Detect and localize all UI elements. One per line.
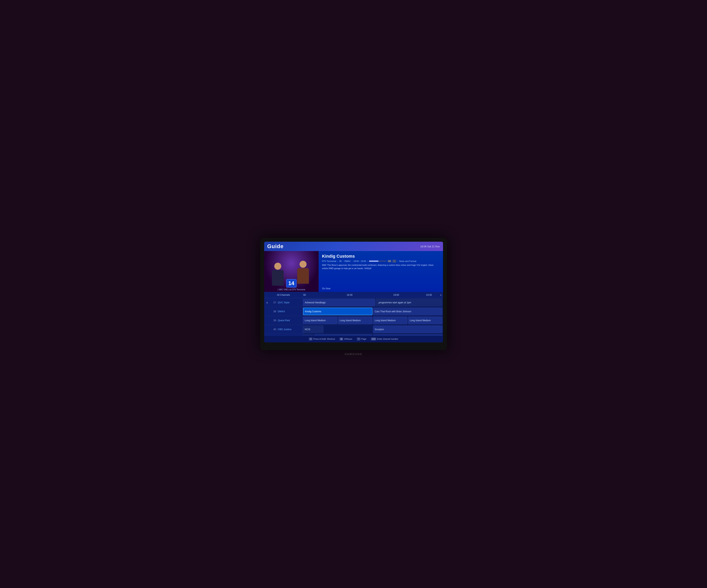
program-block[interactable]: ..programmes start again at 1pm xyxy=(376,299,442,306)
guide-title: Guide xyxy=(267,243,283,250)
programs-cell-40: NCISScorpion xyxy=(303,325,443,334)
guide-datetime: 18:06 Sat 21 Nov xyxy=(420,245,440,248)
channel-num-btn: 123 Enter channel number xyxy=(371,337,398,340)
epg-row: 39Quest RedLong Island MediumLong Island… xyxy=(264,316,443,325)
programs-cell-38: Kindig CustomsCars That Rock with Brian … xyxy=(303,307,443,316)
channel-cell-39[interactable]: 39Quest Red xyxy=(264,316,303,325)
page-label: Page xyxy=(361,338,366,340)
channel-num-icon: 123 xyxy=(371,337,376,340)
thumbnail-area: 14 1 BBC ONE Lon DTV Terrestrial xyxy=(264,251,318,292)
time-arrow-right[interactable]: › xyxy=(440,293,441,297)
time-slots-header: 18:00 18:30 19:00 19:30 › xyxy=(303,292,443,298)
shortcut-icon: ⏎ xyxy=(309,337,312,340)
program-block[interactable]: Long Island Medium xyxy=(303,317,337,324)
time-label-1930: 19:30 xyxy=(426,294,432,296)
shortcut-label: Press & Hold: Shortcut xyxy=(313,338,335,340)
progress-bar-bg xyxy=(369,261,386,262)
meta-time: 18:00 - 19:00 xyxy=(354,260,366,262)
program-block[interactable]: Ashwood Handbags xyxy=(303,299,375,306)
channel-name-38[interactable]: DMAX xyxy=(278,310,285,313)
hours-label: 24Hours xyxy=(344,338,352,340)
program-block[interactable]: NCIS xyxy=(303,326,324,333)
progress-bar-fill xyxy=(369,261,379,262)
on-now-label: On Now xyxy=(322,287,439,290)
programs-cell-37: Ashwood Handbags..programmes start again… xyxy=(303,298,443,307)
channel-cell-38[interactable]: 38DMAX xyxy=(264,307,303,316)
all-channels-label: All Channels xyxy=(277,294,290,296)
person-body-left xyxy=(272,270,283,286)
info-panel: Kindig Customs DTV Terrestrial | 38 | DM… xyxy=(318,251,443,292)
time-label-1800: 18:00 xyxy=(303,294,306,296)
show-desc: With 'The Boss's approval, the continent… xyxy=(322,263,439,286)
channel-num-label: Enter channel number xyxy=(377,338,398,340)
hours-btn: ⇄ 24Hours xyxy=(340,337,352,340)
program-block[interactable]: Long Island Medium xyxy=(373,317,407,324)
program-block[interactable]: Long Island Medium xyxy=(408,317,442,324)
page-btn: ⌃ Page xyxy=(357,337,366,340)
meta-network: DTV Terrestrial xyxy=(322,260,336,262)
time-label-1830: 18:30 xyxy=(347,294,352,296)
person-head-right xyxy=(300,261,307,268)
epg-rows: ∧37QVC StyleAshwood Handbags..programmes… xyxy=(264,298,443,335)
channel-name-39[interactable]: Quest Red xyxy=(278,319,290,322)
channel-number-badge: 14 xyxy=(286,279,297,288)
epg-row: ∧37QVC StyleAshwood Handbags..programmes… xyxy=(264,298,443,307)
channel-up-arrow[interactable]: ∧ xyxy=(266,301,269,304)
time-header-row: All Channels 18:00 18:30 19:00 19:30 › xyxy=(264,292,443,298)
program-block[interactable]: Kindig Customs xyxy=(303,307,372,315)
channel-cell-41[interactable]: 41Sony Movies Acti... xyxy=(264,334,303,335)
progress-bar-container xyxy=(369,261,386,262)
channel-number-38: 38 xyxy=(271,310,276,313)
epg-row: 41Sony Movies Acti......The True Story O… xyxy=(264,334,443,335)
channel-col-header: All Channels xyxy=(264,292,303,298)
program-block[interactable]: Scorpion xyxy=(373,326,442,333)
shortcut-btn: ⏎ Press & Hold: Shortcut xyxy=(309,337,335,340)
figure-right xyxy=(295,261,311,286)
guide-header-bar: Guide 18:06 Sat 21 Nov xyxy=(264,242,443,251)
channel-cell-40[interactable]: 40CBS Justice xyxy=(264,325,303,334)
channel-number-39: 39 xyxy=(271,319,276,322)
figure-left xyxy=(270,263,285,286)
tv-screen: Guide 18:06 Sat 21 Nov 14 1 BBC ONE Lon … xyxy=(264,242,443,342)
meta-channel-name: DMAX xyxy=(344,260,351,262)
meta-channel-num: 38 xyxy=(339,260,341,262)
channel-name-37[interactable]: QVC Style xyxy=(278,301,290,304)
show-meta: DTV Terrestrial | 38 | DMAX | 18:00 - 19… xyxy=(322,260,439,262)
channel-number-40: 40 xyxy=(271,328,276,331)
channel-cell-37[interactable]: ∧37QVC Style xyxy=(264,298,303,307)
programs-cell-41: ...The True Story Of Jesse JamesThe True… xyxy=(303,334,443,335)
tv-frame: Guide 18:06 Sat 21 Nov 14 1 BBC ONE Lon … xyxy=(260,238,447,350)
epg-area: All Channels 18:00 18:30 19:00 19:30 › ∧… xyxy=(264,292,443,335)
meta-category: News and Factual xyxy=(399,260,416,262)
time-label-1900: 19:00 xyxy=(393,294,399,296)
channel-name-40[interactable]: CBS Justice xyxy=(278,328,292,331)
program-block[interactable]: Cars That Rock with Brian Johnson xyxy=(373,307,442,315)
page-icon: ⌃ xyxy=(357,337,360,340)
programs-cell-39: Long Island MediumLong Island MediumLong… xyxy=(303,316,443,325)
program-block[interactable]: Long Island Medium xyxy=(338,317,372,324)
person-head-left xyxy=(274,263,281,270)
epg-row: 40CBS JusticeNCISScorpion xyxy=(264,325,443,334)
epg-row: 38DMAXKindig CustomsCars That Rock with … xyxy=(264,307,443,316)
thumbnail-channel-label: 1 BBC ONE Lon DTV Terrestrial xyxy=(264,289,318,291)
samsung-logo: SAMSUNG xyxy=(345,353,363,356)
show-title-main: Kindig Customs xyxy=(322,254,439,259)
channel-number-37: 37 xyxy=(271,301,276,304)
badge-st: ST xyxy=(388,260,392,262)
badge-cc: ▢ xyxy=(393,260,396,262)
hours-icon: ⇄ xyxy=(340,337,343,340)
bottom-bar: ⏎ Press & Hold: Shortcut ⇄ 24Hours ⌃ Pag… xyxy=(264,335,443,342)
thumbnail-content: 14 1 BBC ONE Lon DTV Terrestrial xyxy=(264,251,318,292)
person-body-right xyxy=(297,268,309,284)
